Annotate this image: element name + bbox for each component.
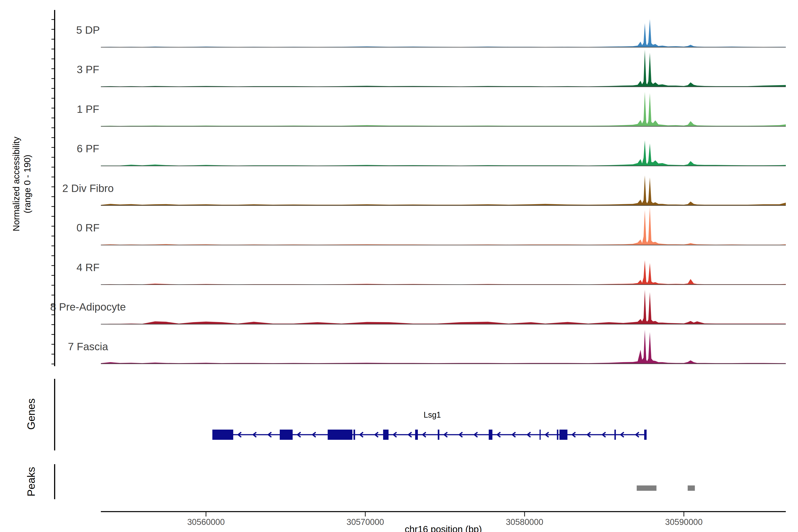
y-axis-label-line2: (range 0 - 190) — [22, 137, 33, 231]
peak-interval — [636, 486, 657, 491]
x-axis-title: chr16 position (bp) — [405, 524, 482, 532]
gene-exon — [559, 430, 568, 440]
gene-exon — [539, 430, 540, 440]
coverage-area-1-pf — [101, 92, 786, 126]
gene-exon — [614, 430, 616, 440]
coverage-area-2-div-fibro — [101, 175, 786, 206]
gene-body-line — [212, 434, 647, 435]
x-tick-label: 30570000 — [346, 517, 384, 527]
track-label: 2 Div Fibro — [62, 183, 114, 194]
gene-exon — [644, 430, 647, 440]
track-label: 5 DP — [76, 24, 100, 36]
coverage-area-0-rf — [101, 207, 786, 245]
coverage-figure: 5 DP3 PF1 PF6 PF2 Div Fibro0 RF4 RF8 Pre… — [0, 0, 798, 532]
y-axis-label: Normalized accessibility (range 0 - 190) — [11, 137, 33, 231]
track-label: 7 Fascia — [68, 341, 108, 353]
x-tick-label: 30580000 — [506, 517, 543, 527]
gene-exon — [328, 430, 352, 440]
track-label: 6 PF — [77, 143, 99, 154]
y-axis-label-line1: Normalized accessibility — [11, 137, 22, 231]
track-label: 8 Pre-Adipocyte — [50, 301, 126, 313]
gene-exon — [383, 430, 388, 440]
gene-exon — [489, 430, 493, 440]
gene-exon — [354, 430, 355, 440]
gene-exon — [212, 430, 233, 440]
coverage-area-8-pre-adipocyte — [101, 290, 786, 324]
genes-section-label: Genes — [25, 398, 37, 430]
track-label: 3 PF — [77, 64, 99, 75]
gene-exon — [557, 430, 558, 440]
x-tick-label: 30590000 — [665, 517, 703, 527]
peaks-section-label: Peaks — [25, 467, 37, 496]
gene-exon — [280, 430, 292, 440]
coverage-area-6-pf — [101, 140, 786, 166]
gene-exon — [438, 430, 439, 440]
coverage-plot-svg: 5 DP3 PF1 PF6 PF2 Div Fibro0 RF4 RF8 Pre… — [0, 0, 798, 532]
coverage-area-5-dp — [101, 19, 786, 47]
gene-label: Lsg1 — [424, 410, 441, 420]
gene-exon — [415, 430, 418, 440]
track-label: 1 PF — [77, 103, 99, 115]
coverage-area-7-fascia — [101, 330, 786, 364]
track-label: 4 RF — [76, 262, 99, 273]
peak-interval — [688, 486, 695, 491]
x-tick-label: 30560000 — [187, 517, 225, 527]
track-label: 0 RF — [76, 222, 99, 234]
coverage-area-4-rf — [101, 260, 786, 285]
coverage-area-3-pf — [101, 50, 786, 87]
